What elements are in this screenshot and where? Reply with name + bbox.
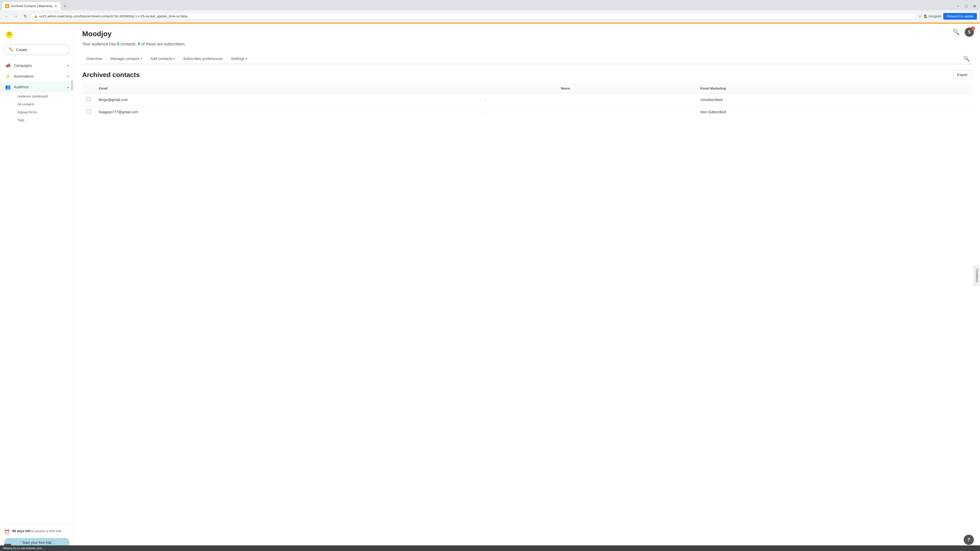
tab-close-button[interactable]: ✕ <box>54 4 57 8</box>
tab-overview[interactable]: Overview <box>82 53 107 64</box>
audience-label: Audience <box>14 85 64 89</box>
pencil-icon: ✏️ <box>9 47 14 52</box>
profile-initial: S <box>968 30 971 35</box>
audience-info-suffix: of these are subscribers. <box>140 42 186 46</box>
back-button[interactable]: ← <box>3 13 10 20</box>
table-header-email: Email <box>95 83 480 94</box>
reload-button[interactable]: ↻ <box>21 13 29 20</box>
chevron-down-icon: ▾ <box>173 57 175 60</box>
trial-info-text: 89 days left to access a free trial. <box>12 529 62 534</box>
chevron-down-icon: ▾ <box>67 64 68 67</box>
contacts-table: Email Name Email Marketing Bingo@gmail <box>82 83 972 118</box>
window-controls: – □ ✕ <box>955 3 978 10</box>
clock-icon: ⏰ <box>4 529 10 535</box>
audience-info: Your audience has 8 contacts. 8 of these… <box>82 41 972 47</box>
sidebar-item-campaigns[interactable]: 📣 Campaigns ▾ <box>0 60 74 71</box>
browser-tab[interactable]: M Archived Contacts | Mailchimp ✕ <box>2 2 60 10</box>
tab-add-contacts[interactable]: Add contacts ▾ <box>146 53 179 64</box>
close-button[interactable]: ✕ <box>971 3 978 10</box>
sidebar-item-audience[interactable]: 👥 Audience ▴ <box>0 82 74 92</box>
contact-email-2: bsagayo777@gmail.com <box>99 110 138 114</box>
bookmark-button[interactable]: ☆ <box>918 14 922 19</box>
notification-badge: 2 <box>971 27 975 30</box>
chevron-down-icon: ▾ <box>246 57 247 60</box>
main-content: Moodjoy Your audience has 8 contacts. 8 … <box>74 24 980 551</box>
subscribers-count: 8 <box>138 42 140 46</box>
tab-manage-contacts-label: Manage contacts <box>110 56 140 61</box>
sidebar-item-tags[interactable]: Tags <box>13 116 74 124</box>
table-header-checkbox <box>83 83 95 94</box>
address-text: us21.admin.mailchimp.com/lists/archived-… <box>39 14 188 18</box>
row-checkbox-2[interactable] <box>86 110 91 114</box>
status-bar: Waiting for px.ads.linkedin.com... <box>0 545 980 551</box>
audience-info-prefix: Your audience has <box>82 42 117 46</box>
contact-email-1: Bingo@gmail.com <box>99 98 128 102</box>
campaigns-label: Campaigns <box>14 64 64 68</box>
minimize-button[interactable]: – <box>955 3 962 10</box>
mailchimp-logo <box>4 29 14 39</box>
table-header-email-marketing: Email Marketing <box>697 83 972 94</box>
forward-button[interactable]: → <box>12 13 19 20</box>
sidebar: ✏️ Create 📣 Campaigns ▾ ⚡ Automations ▾ … <box>0 24 74 551</box>
nav-section: 📣 Campaigns ▾ ⚡ Automations ▾ 👥 Audience… <box>0 60 74 126</box>
contacts-count: 8 <box>117 42 119 46</box>
chevron-down-icon: ▾ <box>67 75 68 78</box>
tab-settings-label: Settings <box>231 56 245 61</box>
svg-point-5 <box>10 33 10 33</box>
table-search-button[interactable]: 🔍 <box>961 54 972 64</box>
feedback-tab[interactable]: Feedback <box>974 265 980 286</box>
create-label: Create <box>16 48 27 52</box>
new-tab-button[interactable]: + <box>62 3 68 10</box>
table-row: Bingo@gmail.com › Unsubscribed <box>83 94 972 106</box>
table-header-arrow <box>480 83 557 94</box>
row-expand-icon[interactable]: › <box>485 98 486 102</box>
contact-name-2 <box>557 106 696 118</box>
section-header: Archived contacts Export <box>82 70 972 79</box>
trial-text: to access a free trial. <box>31 529 62 533</box>
svg-point-4 <box>8 33 8 33</box>
tab-overview-label: Overview <box>86 56 102 61</box>
audience-icon: 👥 <box>5 84 11 90</box>
help-icon: ? <box>967 537 970 543</box>
trial-days: 89 days left <box>12 529 30 533</box>
table-header-name: Name <box>557 83 696 94</box>
tab-manage-contacts[interactable]: Manage contacts ▾ <box>107 53 146 64</box>
automations-icon: ⚡ <box>5 73 11 79</box>
tab-settings[interactable]: Settings ▾ <box>227 53 251 64</box>
automations-label: Automations <box>14 74 64 78</box>
chevron-up-icon: ▴ <box>67 85 68 89</box>
lock-icon: 🔒 <box>34 14 38 18</box>
tab-subscriber-preferences-label: Subscriber preferences <box>183 56 223 61</box>
tab-add-contacts-label: Add contacts <box>150 56 172 61</box>
incognito-icon: 🕵️ <box>924 14 928 18</box>
create-button[interactable]: ✏️ Create <box>4 44 70 55</box>
audience-sub-menu: Audience dashboard All contacts Signup f… <box>0 92 74 124</box>
address-bar[interactable]: 🔒 us21.admin.mailchimp.com/lists/archive… <box>30 13 916 19</box>
page-title: Moodjoy <box>82 30 972 38</box>
tab-subscriber-preferences[interactable]: Subscriber preferences <box>179 53 227 64</box>
row-checkbox-1[interactable] <box>86 97 91 101</box>
campaigns-icon: 📣 <box>5 63 11 68</box>
relaunch-button[interactable]: Relaunch to update <box>943 13 977 20</box>
chevron-down-icon: ▾ <box>141 57 142 60</box>
row-expand-icon[interactable]: › <box>485 110 486 114</box>
incognito-label: Incognito <box>929 14 941 18</box>
help-button[interactable]: ? <box>964 535 974 545</box>
maximize-button[interactable]: □ <box>963 3 970 10</box>
export-button[interactable]: Export <box>953 70 972 79</box>
tab-favicon: M <box>5 4 9 8</box>
sidebar-item-audience-dashboard[interactable]: Audience dashboard <box>13 92 74 100</box>
sidebar-item-automations[interactable]: ⚡ Automations ▾ <box>0 71 74 82</box>
sidebar-item-all-contacts[interactable]: All contacts <box>13 100 74 108</box>
table-row: bsagayo777@gmail.com › Non-Subscribed <box>83 106 972 118</box>
section-title: Archived contacts <box>82 71 140 79</box>
status-text: Waiting for px.ads.linkedin.com... <box>3 547 44 550</box>
sidebar-item-signup-forms[interactable]: Signup forms <box>13 108 74 116</box>
feedback-label: Feedback <box>975 269 979 283</box>
contact-name-1 <box>557 94 696 106</box>
profile-avatar[interactable]: S 2 <box>965 27 974 37</box>
contact-status-1: Unsubscribed <box>697 94 972 106</box>
audience-info-mid: contacts. <box>119 42 138 46</box>
incognito-indicator: 🕵️ Incognito <box>924 14 941 18</box>
search-button[interactable]: 🔍 <box>953 29 959 35</box>
